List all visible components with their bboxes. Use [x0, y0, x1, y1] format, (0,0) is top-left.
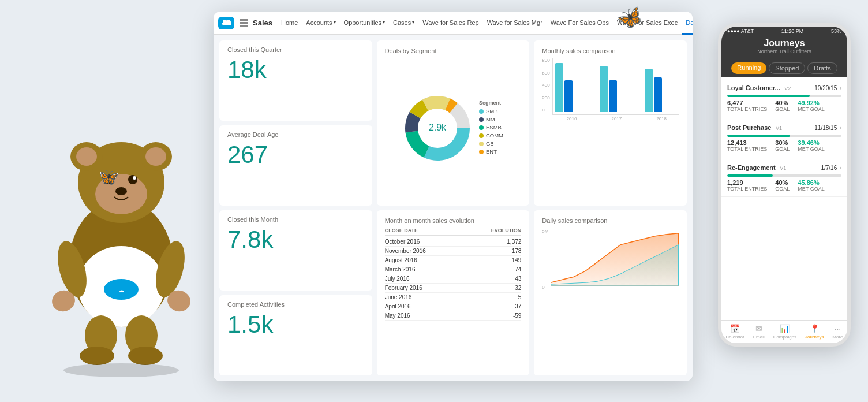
nav-wave-ops[interactable]: Wave For Sales Ops: [547, 12, 613, 35]
ent-dot: [479, 150, 484, 154]
chevron-icon-1: ›: [840, 85, 841, 91]
smb-label: SMB: [486, 108, 498, 114]
bar-2016-blue: [564, 80, 573, 112]
journey-item-2[interactable]: Post Purchase V1 11/18/15 › 12,413 TOTAL…: [721, 117, 847, 157]
svg-rect-3: [240, 22, 242, 24]
journey-1-header: Loyal Customer... V2 10/20/15 ›: [727, 82, 841, 92]
comm-label: COMM: [486, 132, 503, 139]
val-oct: 1,372: [507, 239, 521, 245]
nav-dashboards[interactable]: Dashboards ▾: [682, 12, 693, 35]
table-header: CLOSE DATE EVOLUTION: [385, 228, 522, 236]
nav-home[interactable]: Home: [277, 12, 302, 35]
nav-wave-mgr[interactable]: Wave for Sales Mgr: [483, 12, 547, 35]
y-label-800: 800: [542, 58, 549, 63]
date-mar: March 2016: [385, 266, 416, 273]
email-icon: ✉: [755, 324, 762, 333]
table-row: June 20165: [385, 293, 522, 302]
goal-value-1: 40%: [775, 99, 790, 106]
closed-quarter-title: Closed this Quarter: [227, 46, 364, 53]
closed-month-title: Closed this Month: [227, 216, 364, 223]
table-row: May 2016-59: [385, 311, 522, 321]
salesforce-logo: [218, 17, 234, 29]
donut-content: 2.9k Segment SMB MM ESMB: [385, 58, 522, 199]
svg-point-30: [133, 176, 136, 180]
stat-goal-2: 30% GOAL: [775, 139, 790, 152]
journey-2-stats: 12,413 TOTAL ENTRIES 30% GOAL 39.46% MET…: [727, 139, 841, 152]
more-icon: ···: [835, 324, 841, 333]
left-bottom-cards: Closed this Month 7.8k Completed Activit…: [219, 210, 372, 375]
bar-2018-blue: [654, 77, 662, 112]
bars-wrapper: 2016 2017 2018: [552, 58, 679, 121]
nav-opportunities[interactable]: Opportunities ▾: [340, 12, 389, 35]
date-may: May 2016: [385, 312, 410, 319]
closed-month-card: Closed this Month 7.8k: [219, 210, 372, 291]
phone-app-subtitle: Northern Trail Outfitters: [727, 49, 841, 54]
journey-3-progress-bar: [727, 174, 841, 177]
entries-value-2: 12,413: [727, 139, 767, 146]
table-row: August 2016149: [385, 256, 522, 265]
journey-2-date: 11/18/15: [814, 125, 837, 131]
table-row: March 201674: [385, 265, 522, 274]
svg-rect-5: [245, 22, 248, 24]
met-value-3: 45.86%: [798, 179, 824, 186]
y-label-400: 400: [542, 83, 549, 88]
col-evolution: EVOLUTION: [491, 228, 522, 233]
date-nov: November 2016: [385, 248, 426, 254]
month-on-month-title: Month on month sales evolution: [385, 217, 522, 224]
bar-2017-blue: [609, 80, 617, 112]
x-label-2018: 2018: [644, 116, 679, 121]
val-jun: 5: [518, 294, 522, 300]
mascot-svg: ☁: [35, 44, 208, 379]
journey-item-1[interactable]: Loyal Customer... V2 10/20/15 › 6,477 TO…: [721, 77, 847, 117]
svg-text:☁: ☁: [118, 287, 124, 293]
phone-tabs: Running Stopped Drafts: [721, 59, 847, 77]
nav-wave-rep[interactable]: Wave for Sales Rep: [418, 12, 482, 35]
chevron-icon-2: ›: [840, 125, 841, 131]
nav-journeys[interactable]: 📍 Journeys: [805, 324, 824, 340]
time: 11:20 PM: [781, 28, 804, 34]
nav-campaigns[interactable]: 📊 Campaigns: [773, 324, 796, 340]
y-axis-labels: 800 600 400 200 0: [542, 58, 549, 113]
svg-rect-7: [242, 25, 245, 27]
stat-entries-2: 12,413 TOTAL ENTRIES: [727, 139, 767, 152]
nav-cases[interactable]: Cases ▾: [389, 12, 418, 35]
tab-stopped[interactable]: Stopped: [769, 62, 805, 74]
tab-running[interactable]: Running: [731, 62, 766, 74]
date-oct: October 2016: [385, 239, 420, 245]
campaigns-label: Campaigns: [773, 334, 796, 340]
bar-2017-teal: [600, 66, 608, 112]
val-may: -59: [513, 312, 521, 319]
journey-1-date: 10/20/15: [814, 85, 837, 91]
bar-2018-teal: [645, 69, 653, 112]
bar-chart-area: 800 600 400 200 0: [542, 58, 679, 121]
met-value-1: 49.92%: [798, 99, 824, 106]
y-5m: 5M: [542, 229, 548, 234]
table-row: February 201632: [385, 284, 522, 293]
journey-2-version: V1: [776, 125, 782, 131]
y-label-0: 0: [542, 107, 549, 113]
browser-window: Sales Home Accounts ▾ Opportunities ▾ Ca…: [214, 12, 693, 381]
table-row: July 201643: [385, 274, 522, 284]
phone-status-bar: ●●●● AT&T 11:20 PM 53%: [721, 27, 847, 36]
nav-calendar[interactable]: 📅 Calendar: [725, 324, 744, 340]
val-mar: 74: [515, 266, 521, 273]
legend-title: Segment: [479, 100, 503, 106]
nav-accounts[interactable]: Accounts ▾: [302, 12, 339, 35]
journey-item-3[interactable]: Re-Engagement V1 1/7/16 › 1,219 TOTAL EN…: [721, 157, 847, 197]
nav-more[interactable]: ··· More: [832, 324, 843, 340]
area-chart-wrapper: 5M 0: [542, 228, 679, 291]
svg-rect-6: [240, 25, 242, 27]
goal-value-3: 40%: [775, 179, 790, 186]
tab-drafts[interactable]: Drafts: [807, 62, 837, 74]
grid-icon[interactable]: [238, 17, 249, 29]
met-value-2: 39.46%: [798, 139, 824, 146]
stat-met-3: 45.86% MET GOAL: [798, 179, 824, 192]
avg-deal-age-card: Average Deal Age 267: [219, 125, 372, 206]
journey-1-version: V2: [784, 85, 791, 91]
closed-month-value: 7.8k: [227, 226, 364, 253]
nav-email[interactable]: ✉ Email: [753, 324, 765, 340]
date-feb: February 2016: [385, 285, 422, 291]
segment-legend: Segment SMB MM ESMB COM: [479, 100, 503, 157]
phone-content: Loyal Customer... V2 10/20/15 › 6,477 TO…: [721, 77, 847, 197]
phone-app-title: Journeys: [727, 38, 841, 49]
